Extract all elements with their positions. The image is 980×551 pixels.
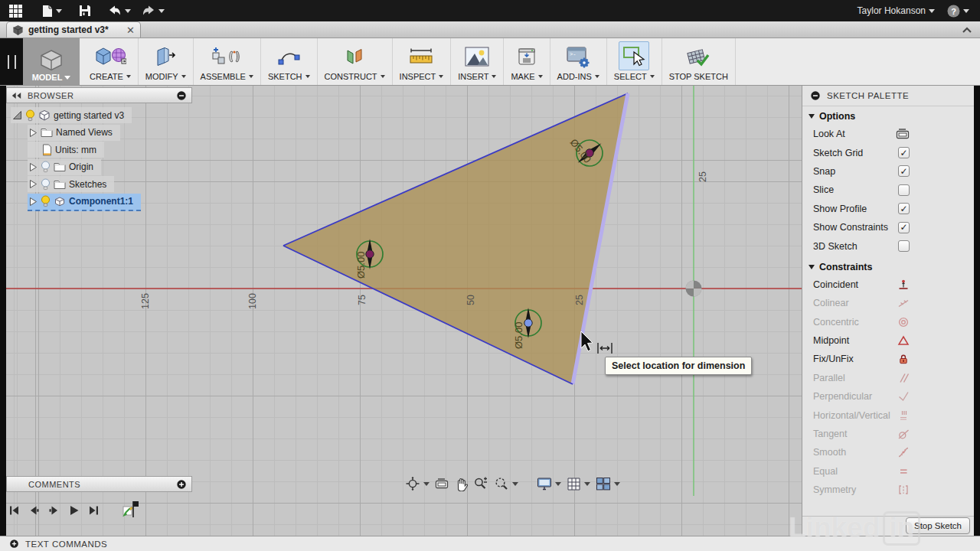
playback-step-fwd-button[interactable]: [47, 504, 60, 517]
option-row-slice[interactable]: Slice: [802, 181, 974, 199]
option-row-show-profile[interactable]: Show Profile✓: [802, 200, 974, 218]
expand-arrow-icon[interactable]: [29, 197, 38, 207]
undo-caret-icon[interactable]: [125, 9, 131, 13]
text-commands-bar[interactable]: TEXT COMMANDS: [0, 536, 980, 551]
app-grid-icon[interactable]: [9, 2, 22, 20]
nav-gridset[interactable]: [566, 476, 591, 492]
document-tab[interactable]: getting started v3* ✕: [6, 21, 141, 37]
dropdown-caret-icon[interactable]: [584, 482, 590, 486]
toolbar-button-make[interactable]: MAKE: [504, 38, 550, 85]
option-checkbox[interactable]: ✓: [898, 203, 910, 214]
browser-row-component1-1[interactable]: Component1:1: [28, 194, 141, 211]
toolbar-button-select[interactable]: SELECT: [607, 38, 662, 85]
dropdown-caret-icon[interactable]: [423, 482, 430, 486]
workspace-switcher[interactable]: MODEL: [23, 38, 80, 85]
option-row-3d-sketch[interactable]: 3D Sketch: [802, 236, 974, 255]
user-account-menu[interactable]: Taylor Hokanson ?: [858, 2, 980, 20]
constraints-section-header[interactable]: Constraints: [802, 257, 974, 276]
dropdown-caret-icon[interactable]: [555, 482, 561, 486]
playback-skip-start-button[interactable]: [8, 504, 21, 517]
toolbar-button-modify[interactable]: MODIFY: [139, 38, 194, 85]
constraint-row-concentric[interactable]: Concentric: [802, 313, 974, 331]
hole-center-point-0[interactable]: [366, 250, 374, 258]
nav-orbit[interactable]: [404, 475, 430, 492]
toolbar-button-add-ins[interactable]: >-ADD-INS: [550, 38, 607, 85]
constraint-row-midpoint[interactable]: Midpoint: [802, 331, 974, 350]
collapse-toolbar-chevron-icon[interactable]: [962, 26, 972, 34]
palette-minimize-icon[interactable]: [810, 90, 821, 101]
timeline-marker[interactable]: [121, 500, 139, 520]
constraint-row-equal[interactable]: Equal: [802, 462, 974, 481]
expand-arrow-icon[interactable]: [29, 128, 38, 138]
constraint-row-symmetry[interactable]: Symmetry: [802, 481, 974, 499]
constraint-row-tangent[interactable]: Tangent: [802, 425, 974, 443]
browser-minimize-icon[interactable]: [176, 90, 187, 101]
save-icon[interactable]: [79, 2, 91, 20]
redo-caret-icon[interactable]: [158, 9, 165, 13]
constraint-row-fix-unfix[interactable]: Fix/UnFix: [802, 350, 974, 368]
browser-row-getting-started-v3[interactable]: getting started v3: [11, 107, 132, 123]
text-commands-expand-icon[interactable]: [9, 539, 19, 549]
option-checkbox[interactable]: ✓: [898, 222, 910, 233]
nav-lookat[interactable]: [434, 478, 449, 490]
constraint-row-smooth[interactable]: Smooth: [802, 443, 974, 461]
dropdown-caret-icon[interactable]: [512, 482, 518, 486]
lookat-icon[interactable]: [896, 129, 910, 139]
constraint-row-horizontal-vertical[interactable]: Horizontal/Vertical: [802, 406, 974, 424]
comments-panel-header[interactable]: COMMENTS: [6, 476, 192, 492]
file-caret-icon[interactable]: [56, 9, 62, 13]
options-section-header[interactable]: Options: [802, 106, 974, 125]
redo-icon[interactable]: [142, 2, 155, 20]
browser-row-sketches[interactable]: Sketches: [28, 176, 114, 192]
constraint-row-colinear[interactable]: Colinear: [802, 294, 974, 312]
dimension-label-0[interactable]: Ø5.00: [355, 252, 367, 279]
stop-sketch-button[interactable]: Stop Sketch: [906, 517, 970, 534]
visibility-bulb-icon[interactable]: [25, 109, 35, 122]
nav-zoom[interactable]: [472, 475, 489, 492]
constraint-row-coincident[interactable]: Coincident: [802, 276, 974, 294]
help-caret-icon[interactable]: [963, 9, 969, 13]
option-row-show-constraints[interactable]: Show Constraints✓: [802, 218, 974, 236]
option-row-look-at[interactable]: Look At: [802, 125, 974, 143]
constraint-row-parallel[interactable]: Parallel: [802, 369, 974, 387]
option-checkbox[interactable]: ✓: [898, 147, 910, 158]
toolbar-grip-handle[interactable]: [8, 55, 16, 69]
toolbar-button-construct[interactable]: CONSTRUCT: [318, 38, 393, 85]
tab-close-icon[interactable]: ✕: [126, 25, 135, 35]
comments-expand-icon[interactable]: [176, 479, 187, 490]
undo-icon[interactable]: [108, 2, 122, 20]
hole-center-point-2[interactable]: [524, 319, 532, 327]
browser-row-origin[interactable]: Origin: [28, 159, 101, 175]
browser-row-named-views[interactable]: Named Views: [28, 125, 120, 141]
playback-skip-end-button[interactable]: [87, 504, 100, 517]
visibility-bulb-icon[interactable]: [41, 178, 51, 191]
option-row-snap[interactable]: Snap✓: [802, 162, 974, 181]
visibility-bulb-icon[interactable]: [41, 161, 51, 173]
option-checkbox[interactable]: [898, 240, 910, 252]
toolbar-button-insert[interactable]: INSERT: [451, 38, 504, 85]
option-checkbox[interactable]: [898, 184, 910, 196]
toolbar-button-create[interactable]: CREATE: [83, 38, 139, 85]
toolbar-button-inspect[interactable]: INSPECT: [393, 38, 452, 85]
nav-viewports[interactable]: [595, 476, 621, 491]
collapse-browser-icon[interactable]: [11, 92, 21, 99]
playback-step-back-button[interactable]: [28, 504, 41, 517]
nav-pan[interactable]: [453, 475, 469, 492]
expand-arrow-icon[interactable]: [29, 162, 38, 172]
option-checkbox[interactable]: ✓: [898, 165, 910, 177]
nav-fit[interactable]: [493, 475, 519, 492]
nav-display[interactable]: [536, 476, 562, 491]
help-icon[interactable]: ?: [947, 2, 960, 20]
option-row-sketch-grid[interactable]: Sketch Grid✓: [802, 143, 974, 161]
playback-play-button[interactable]: [67, 504, 80, 517]
expand-arrow-icon[interactable]: [12, 110, 22, 120]
toolbar-button-stop-sketch[interactable]: STOP SKETCH: [662, 38, 736, 85]
visibility-bulb-icon[interactable]: [41, 195, 51, 207]
browser-row-units-mm[interactable]: Units: mm: [28, 142, 104, 158]
dimension-label-2[interactable]: Ø5.00: [513, 322, 524, 349]
toolbar-button-assemble[interactable]: ASSEMBLE: [194, 38, 261, 85]
file-new-icon[interactable]: [42, 2, 53, 20]
constraint-row-perpendicular[interactable]: Perpendicular: [802, 387, 974, 406]
expand-arrow-icon[interactable]: [29, 179, 38, 189]
toolbar-button-sketch[interactable]: SKETCH: [261, 38, 318, 85]
